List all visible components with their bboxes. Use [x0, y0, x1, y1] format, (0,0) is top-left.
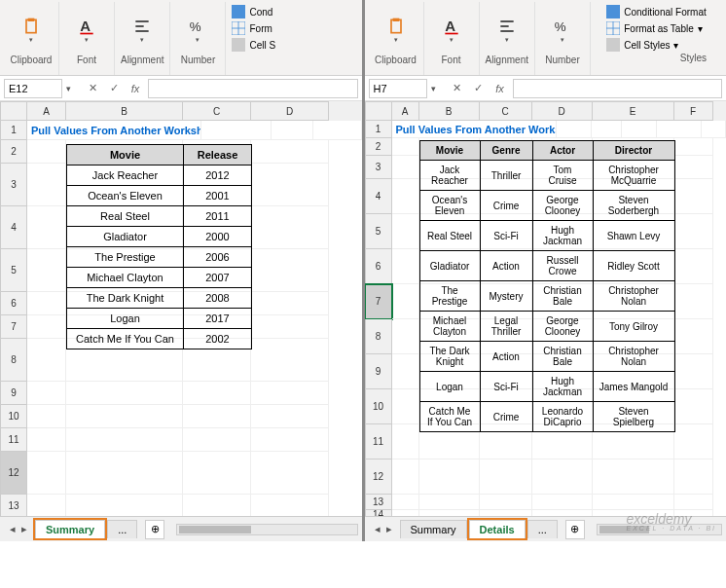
row-header[interactable]: 6 — [0, 292, 27, 315]
format-table-button[interactable]: Format as Table ▾ — [606, 20, 706, 36]
cancel-formula[interactable]: ✕ — [84, 80, 101, 97]
cell[interactable] — [392, 354, 419, 389]
cell[interactable] — [27, 206, 66, 249]
cell[interactable] — [674, 284, 713, 319]
col-C[interactable]: C — [183, 101, 251, 121]
grid-right[interactable]: A B C D E F 1Pull Values From Another Wo… — [365, 101, 727, 516]
cell[interactable] — [674, 249, 713, 284]
cell[interactable] — [532, 495, 593, 510]
conditional-format-button[interactable]: Conditional Format — [606, 4, 706, 19]
row-header[interactable]: 7 — [0, 315, 27, 339]
number-button[interactable]: %▾ — [541, 6, 584, 55]
cell[interactable] — [419, 495, 480, 510]
tab-nav-next[interactable]: ▸ — [21, 523, 27, 535]
cell[interactable] — [27, 495, 66, 516]
cell[interactable] — [251, 206, 329, 249]
fx-button[interactable]: fx — [491, 80, 509, 97]
cell[interactable] — [251, 140, 329, 164]
cell[interactable] — [251, 315, 329, 339]
cell[interactable] — [66, 405, 183, 428]
row-header[interactable]: 9 — [365, 354, 392, 389]
row-header[interactable]: 5 — [365, 214, 392, 249]
grid-left[interactable]: A B C D 1Pull Values From Another Worksh… — [0, 101, 362, 516]
accept-formula[interactable]: ✓ — [470, 80, 488, 97]
cell[interactable] — [674, 424, 713, 459]
row-header[interactable]: 9 — [0, 382, 27, 405]
tab-nav-first[interactable]: ◂ — [10, 523, 16, 535]
cell[interactable] — [674, 156, 713, 179]
cell[interactable] — [593, 510, 674, 516]
col-B[interactable]: B — [419, 101, 480, 121]
row-header[interactable]: 3 — [365, 156, 392, 179]
cell[interactable] — [392, 249, 419, 284]
namebox-dropdown[interactable]: ▾ — [66, 84, 80, 93]
cell[interactable] — [392, 319, 419, 354]
table-row[interactable]: Ocean's ElevenCrimeGeorge ClooneySteven … — [419, 191, 674, 221]
table-row[interactable]: Michael Clayton2007 — [67, 268, 252, 288]
cell[interactable] — [674, 354, 713, 389]
table-row[interactable]: Real Steel2011 — [67, 206, 252, 227]
font-button[interactable]: A▾ — [430, 6, 473, 55]
cell[interactable] — [480, 459, 532, 495]
select-all-corner[interactable] — [365, 101, 392, 121]
col-A[interactable]: A — [27, 101, 66, 121]
table-row[interactable]: Jack ReacherThrillerTom CruiseChristophe… — [419, 161, 674, 191]
cell[interactable] — [674, 138, 713, 156]
cell[interactable] — [392, 510, 419, 516]
cell[interactable] — [480, 495, 532, 510]
cell[interactable] — [251, 495, 329, 516]
cell[interactable] — [392, 459, 419, 495]
cell[interactable] — [27, 339, 66, 382]
tab-more[interactable]: ... — [107, 520, 137, 538]
cell[interactable] — [251, 164, 329, 206]
row-header[interactable]: 2 — [365, 138, 392, 156]
cell[interactable] — [66, 452, 183, 495]
cell[interactable] — [201, 121, 272, 140]
table-row[interactable]: Catch Me If You CanCrimeLeonardo DiCapri… — [419, 402, 674, 432]
col-D[interactable]: D — [251, 101, 329, 121]
row-header[interactable]: 13 — [365, 495, 392, 510]
cell[interactable] — [674, 179, 713, 214]
cell[interactable] — [272, 121, 313, 140]
row-header[interactable]: 8 — [0, 339, 27, 382]
cell[interactable] — [392, 389, 419, 424]
namebox-dropdown[interactable]: ▾ — [431, 84, 445, 93]
row-header[interactable]: 3 — [0, 164, 27, 206]
cell[interactable] — [392, 214, 419, 249]
table-row[interactable]: Logan2017 — [67, 309, 252, 329]
cell[interactable] — [183, 495, 251, 516]
table-row[interactable]: Jack Reacher2012 — [67, 165, 252, 186]
cell[interactable] — [593, 495, 674, 510]
row-header[interactable]: 5 — [0, 249, 27, 292]
cell[interactable] — [532, 510, 593, 516]
cell[interactable] — [622, 121, 657, 138]
cell[interactable] — [251, 292, 329, 315]
cell[interactable] — [674, 495, 713, 510]
add-sheet-button[interactable]: ⊕ — [145, 520, 164, 539]
cell[interactable] — [557, 121, 592, 138]
cell[interactable] — [702, 121, 726, 138]
cell[interactable] — [313, 121, 361, 140]
clipboard-button[interactable]: ▾ — [375, 6, 417, 55]
col-C[interactable]: C — [480, 101, 532, 121]
cell[interactable] — [183, 452, 251, 495]
cell[interactable] — [251, 382, 329, 405]
cell[interactable] — [251, 452, 329, 495]
row-header[interactable]: 14 — [365, 510, 392, 516]
tab-more[interactable]: ... — [527, 520, 558, 538]
col-A[interactable]: A — [392, 101, 419, 121]
cell[interactable] — [27, 428, 66, 452]
format-table-button[interactable]: Form — [232, 20, 275, 36]
cell[interactable] — [674, 459, 713, 495]
tab-details[interactable]: Details — [469, 520, 526, 538]
cell[interactable] — [27, 140, 66, 164]
cell[interactable] — [657, 121, 703, 138]
cell[interactable] — [592, 121, 623, 138]
cell[interactable] — [183, 382, 251, 405]
cell[interactable] — [183, 428, 251, 452]
row-header[interactable]: 1 — [365, 121, 392, 138]
cell[interactable] — [480, 510, 532, 516]
alignment-button[interactable]: ▾ — [486, 6, 528, 55]
table-row[interactable]: Real SteelSci-FiHugh JackmanShawn Levy — [419, 221, 674, 251]
cell[interactable] — [392, 179, 419, 214]
